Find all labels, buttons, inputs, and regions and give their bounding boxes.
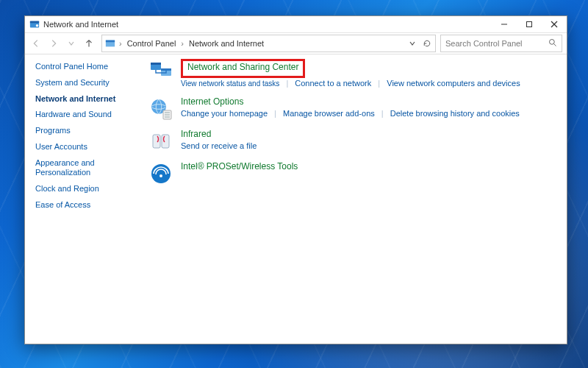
- svg-point-2: [36, 24, 39, 27]
- sidebar-item-clock[interactable]: Clock and Region: [35, 184, 138, 194]
- window-title: Network and Internet: [43, 20, 118, 29]
- desktop-wallpaper: Network and Internet › Control Panel ›: [0, 0, 588, 368]
- control-panel-window: Network and Internet › Control Panel ›: [24, 15, 567, 344]
- category-tasks: Send or receive a file: [181, 141, 555, 152]
- task-link[interactable]: View network status and tasks: [181, 79, 279, 88]
- task-link[interactable]: View network computers and devices: [387, 79, 520, 88]
- svg-rect-12: [151, 63, 161, 65]
- sidebar-item-hardware[interactable]: Hardware and Sound: [35, 110, 138, 120]
- svg-point-9: [550, 40, 555, 45]
- task-link[interactable]: Change your homepage: [181, 109, 268, 118]
- search-input[interactable]: [444, 38, 548, 49]
- category-infrared: Infrared Send or receive a file: [148, 129, 555, 154]
- category-title[interactable]: Intel® PROSet/Wireless Tools: [181, 161, 555, 171]
- sidebar-item-ease[interactable]: Ease of Access: [35, 200, 138, 210]
- forward-button[interactable]: [46, 35, 62, 52]
- sidebar-item-users[interactable]: User Accounts: [35, 142, 138, 152]
- minimize-button[interactable]: [492, 16, 517, 32]
- task-link[interactable]: Connect to a network: [295, 79, 371, 88]
- infrared-icon: [148, 129, 173, 154]
- sidebar-item-appearance[interactable]: Appearance and Personalization: [35, 158, 138, 179]
- search-box[interactable]: [440, 35, 562, 52]
- nav-toolbar: › Control Panel › Network and Internet: [25, 33, 567, 54]
- svg-point-23: [159, 174, 162, 177]
- internet-options-icon: [148, 96, 173, 121]
- task-link[interactable]: Delete browsing history and cookies: [390, 109, 520, 118]
- up-button[interactable]: [81, 35, 97, 52]
- cp-root-icon[interactable]: [105, 38, 115, 49]
- breadcrumb: › Control Panel › Network and Internet: [105, 38, 265, 49]
- maximize-button[interactable]: [517, 16, 542, 32]
- svg-rect-20: [153, 135, 160, 148]
- titlebar[interactable]: Network and Internet: [25, 16, 567, 33]
- svg-rect-1: [30, 21, 39, 24]
- sidebar-item-programs[interactable]: Programs: [35, 126, 138, 136]
- address-dropdown-button[interactable]: [406, 37, 419, 50]
- back-button[interactable]: [28, 35, 44, 52]
- category-title[interactable]: Network and Sharing Center: [187, 62, 298, 72]
- svg-line-10: [554, 44, 556, 46]
- category-internet-options: Internet Options Change your homepage | …: [148, 96, 555, 121]
- category-network-sharing: Network and Sharing Center View network …: [148, 59, 555, 89]
- category-title[interactable]: Infrared: [181, 129, 555, 139]
- highlight-box: Network and Sharing Center: [181, 59, 305, 78]
- breadcrumb-seg-control-panel[interactable]: Control Panel: [126, 38, 178, 49]
- network-sharing-icon: [148, 59, 173, 84]
- category-title[interactable]: Internet Options: [181, 96, 555, 107]
- task-link[interactable]: Send or receive a file: [181, 141, 257, 150]
- main-pane: Network and Sharing Center View network …: [144, 54, 567, 344]
- category-tasks: Change your homepage | Manage browser ad…: [181, 108, 555, 119]
- svg-rect-21: [162, 135, 169, 148]
- search-icon[interactable]: [548, 38, 559, 49]
- sidebar-item-network[interactable]: Network and Internet: [35, 94, 138, 105]
- sidebar: Control Panel Home System and Security N…: [25, 54, 144, 344]
- window-icon: [29, 19, 40, 29]
- chevron-right-icon[interactable]: ›: [179, 39, 185, 48]
- chevron-right-icon[interactable]: ›: [118, 39, 123, 48]
- category-intel-wireless: Intel® PROSet/Wireless Tools: [148, 161, 555, 186]
- task-link[interactable]: Manage browser add-ons: [283, 109, 375, 118]
- intel-wireless-icon: [148, 161, 173, 186]
- recent-locations-button[interactable]: [63, 35, 79, 52]
- category-tasks: View network status and tasks | Connect …: [181, 78, 555, 89]
- window-body: Control Panel Home System and Security N…: [25, 54, 567, 344]
- svg-rect-4: [527, 22, 532, 27]
- breadcrumb-seg-network[interactable]: Network and Internet: [187, 38, 265, 49]
- refresh-button[interactable]: [420, 37, 434, 50]
- svg-rect-8: [106, 40, 115, 43]
- sidebar-item-system[interactable]: System and Security: [35, 78, 138, 88]
- address-bar[interactable]: › Control Panel › Network and Internet: [101, 35, 436, 52]
- sidebar-item-home[interactable]: Control Panel Home: [35, 62, 138, 72]
- close-button[interactable]: [542, 16, 567, 32]
